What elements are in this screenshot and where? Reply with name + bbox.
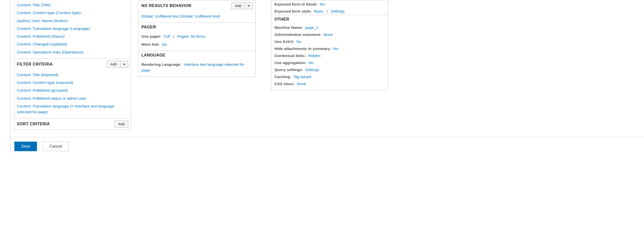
no-results-title: NO RESULTS BEHAVIOR [141, 4, 191, 8]
field-item[interactable]: Content: Operations links (Operations) [17, 50, 83, 54]
other-label: Contextual links: [274, 53, 306, 58]
views-edit-frame: Content: Title (Title)Content: Content t… [10, 0, 644, 154]
other-list: Machine Name: page_1Administrative comme… [274, 24, 385, 87]
sort-criteria-header: SORT CRITERIA Add [14, 118, 131, 130]
exposed-block-value[interactable]: No [320, 2, 325, 6]
advanced-box: Exposed form in block: No Exposed form s… [271, 0, 388, 90]
other-label: Query settings: [274, 68, 303, 72]
no-results-add-group: Add [231, 2, 253, 9]
other-label: Machine Name: [274, 25, 303, 30]
use-pager-label: Use pager: [141, 34, 162, 38]
filter-add-button[interactable]: Add [107, 61, 120, 68]
sort-add-group: Add [114, 121, 128, 128]
no-results-add-dropdown[interactable] [245, 2, 253, 9]
exposed-style-settings[interactable]: Settings [331, 9, 345, 13]
column-right: Exposed form in block: No Exposed form s… [271, 0, 388, 90]
pager-header: PAGER [139, 23, 255, 31]
column-left: Content: Title (Title)Content: Content t… [14, 0, 131, 130]
filters-list: Content: Title (exposed)Content: Content… [14, 70, 131, 119]
field-item[interactable]: Content: Changed (Updated) [17, 42, 67, 46]
field-item[interactable]: Content: Title (Title) [17, 3, 51, 7]
filter-item[interactable]: Content: Content type (exposed) [17, 80, 73, 85]
views-columns: Content: Title (Title)Content: Content t… [10, 0, 644, 130]
other-label: Administrative comment: [274, 32, 321, 37]
exposed-block-label: Exposed form in block: [274, 2, 317, 6]
sort-add-button[interactable]: Add [114, 121, 128, 128]
field-item[interactable]: (author) User: Name (Author) [17, 19, 68, 23]
no-results-header: NO RESULTS BEHAVIOR Add [139, 0, 255, 11]
more-link-label: More link: [141, 42, 160, 46]
chevron-down-icon [248, 4, 250, 8]
pager-settings-link[interactable]: Paged, 50 items [177, 34, 205, 38]
middle-sections: NO RESULTS BEHAVIOR Add Global: Unfilter… [139, 0, 256, 77]
other-label: CSS class: [274, 82, 295, 86]
column-middle: NO RESULTS BEHAVIOR Add Global: Unfilter… [139, 0, 256, 77]
pager-title: PAGER [141, 25, 156, 29]
no-results-list: Global: Unfiltered text (Global: Unfilte… [139, 11, 255, 23]
filter-item[interactable]: Content: Translation language (= Interfa… [17, 104, 114, 114]
form-actions: Save Cancel [10, 137, 644, 151]
other-value[interactable]: None [324, 32, 333, 37]
chevron-down-icon [123, 62, 126, 66]
cancel-button[interactable]: Cancel [43, 142, 69, 151]
other-label: Hide attachments in summary: [274, 46, 331, 51]
exposed-style-label: Exposed form style: [274, 9, 312, 13]
fields-list: Content: Title (Title)Content: Content t… [14, 0, 131, 59]
other-value[interactable]: Tag based [293, 75, 311, 79]
rendering-language-label: Rendering Language: [141, 62, 181, 67]
use-pager-value[interactable]: Full [164, 34, 170, 38]
filter-item[interactable]: Content: Title (exposed) [17, 73, 58, 77]
other-value[interactable]: None [297, 82, 306, 86]
other-value[interactable]: No [333, 46, 338, 51]
filter-add-dropdown[interactable] [120, 61, 128, 68]
language-title: LANGUAGE [141, 53, 166, 58]
more-link-value[interactable]: No [162, 42, 167, 46]
filter-criteria-header: FILTER CRITERIA Add [14, 59, 131, 70]
other-value[interactable]: Hidden [308, 53, 320, 58]
filter-item[interactable]: Content: Published (grouped) [17, 88, 68, 92]
no-results-add-button[interactable]: Add [231, 2, 245, 9]
language-header: LANGUAGE [139, 51, 255, 60]
fields-section: Content: Title (Title)Content: Content t… [14, 0, 131, 130]
other-value[interactable]: No [308, 61, 313, 65]
other-label: Use aggregation: [274, 61, 306, 65]
no-results-item[interactable]: Global: Unfiltered text (Global: Unfilte… [141, 14, 220, 18]
field-item[interactable]: Content: Translation language (Language) [17, 26, 90, 31]
field-item[interactable]: Content: Content type (Content type) [17, 11, 80, 15]
language-body: Rendering Language: Interface text langu… [139, 60, 255, 77]
exposed-style-value[interactable]: Basic [314, 9, 324, 13]
filter-item[interactable]: Content: Published status or admin user [17, 96, 86, 100]
separator: | [171, 34, 176, 38]
other-value[interactable]: No [296, 39, 301, 44]
filter-criteria-title: FILTER CRITERIA [17, 62, 53, 67]
advanced-body: Exposed form in block: No Exposed form s… [271, 0, 388, 90]
sort-criteria-title: SORT CRITERIA [17, 122, 50, 126]
other-title: OTHER [271, 15, 388, 23]
save-button[interactable]: Save [14, 142, 37, 151]
other-label: Use AJAX: [274, 39, 294, 44]
other-label: Caching: [274, 75, 291, 79]
other-value[interactable]: Settings [305, 68, 319, 72]
separator: | [325, 9, 330, 13]
field-item[interactable]: Content: Published (Status) [17, 34, 65, 38]
pager-body: Use pager: Full | Paged, 50 items More l… [139, 31, 255, 51]
filter-add-group: Add [107, 61, 128, 68]
other-value[interactable]: page_1 [305, 25, 318, 30]
